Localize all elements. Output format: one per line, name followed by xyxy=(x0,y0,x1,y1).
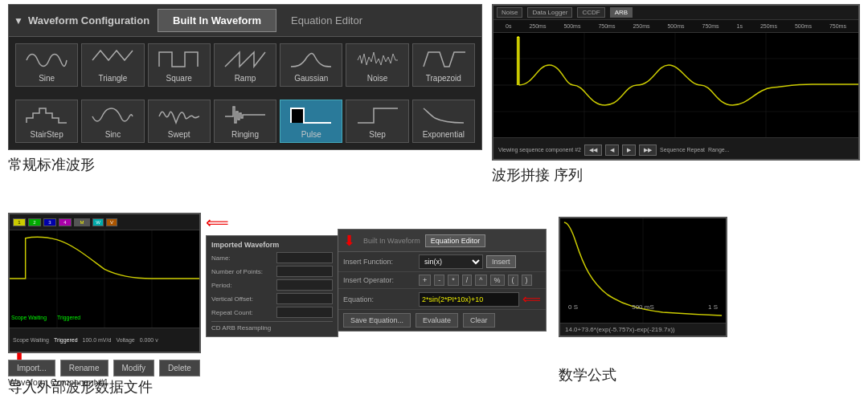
osc-tab-arb[interactable]: ARB xyxy=(610,7,633,18)
exponential-waveform-icon xyxy=(422,105,465,128)
scope-v1-indicator: V xyxy=(106,218,117,226)
stairstep-waveform-label: StairStep xyxy=(31,130,63,139)
rename-button[interactable]: Rename xyxy=(60,360,108,376)
import-points-label: Number of Points: xyxy=(211,268,276,275)
import-button[interactable]: Import... xyxy=(8,360,55,376)
math-x-1: 1 S xyxy=(708,303,718,311)
oscilloscope-section: Noise Data Logger CCDF ARB 0s 250ms 500m… xyxy=(492,4,860,185)
import-panel: Imported Waveform Name: Number of Points… xyxy=(206,235,338,337)
trapezoid-waveform-icon xyxy=(422,49,465,71)
noise-waveform-icon xyxy=(356,49,399,71)
eq-panel-header: ⬇ Built In Waveform Equation Editor xyxy=(338,230,546,252)
osc-waveform-area xyxy=(493,33,858,137)
waveform-item-stairstep[interactable]: StairStep xyxy=(15,100,78,143)
eq-op-close-paren[interactable]: ) xyxy=(522,275,532,286)
import-panel-title: Imported Waveform xyxy=(211,241,333,249)
waveform-config-section: ▼ Waveform Configuration Built In Wavefo… xyxy=(8,4,482,174)
eq-equation-input[interactable] xyxy=(419,292,519,307)
square-waveform-icon xyxy=(158,49,201,71)
eq-op-percent[interactable]: % xyxy=(490,275,505,286)
waveform-item-swept[interactable]: Swept xyxy=(148,100,211,143)
eq-op-multiply[interactable]: * xyxy=(448,275,459,286)
scope-offset: 0.000 v xyxy=(140,337,158,343)
waveform-item-ringing[interactable]: Ringing xyxy=(214,100,276,143)
waveform-item-trapezoid[interactable]: Trapezoid xyxy=(412,43,475,87)
eq-equation-label: Equation: xyxy=(343,295,416,303)
import-repeat-field: Repeat Count: xyxy=(211,307,333,318)
eq-tab-builtin[interactable]: Built In Waveform xyxy=(363,237,420,245)
eq-function-select[interactable]: sin(x) cos(x) exp(x) xyxy=(419,254,483,269)
swept-waveform-label: Swept xyxy=(168,130,190,139)
eq-tab-equation[interactable]: Equation Editor xyxy=(425,234,486,247)
osc-time-bar: 0s 250ms 500ms 750ms 250ms 500ms 750ms 1… xyxy=(493,20,858,33)
import-panel-container: ⟸ Imported Waveform Name: Number of Poin… xyxy=(206,213,338,353)
tab-built-in-waveform[interactable]: Built In Waveform xyxy=(158,9,276,32)
scope-bottom-bar: Scope Waiting Triggered 100.0 mV/d Volta… xyxy=(10,328,199,352)
import-offset-field: Vertical Offset: xyxy=(211,293,333,304)
scope-screen: 1 2 3 4 M W V Scope Waiting Triggered xyxy=(8,213,201,353)
math-x-axis: 0 S 500 mS 1 S xyxy=(560,303,726,311)
import-offset-label: Vertical Offset: xyxy=(211,295,276,303)
osc-tab-noise[interactable]: Noise xyxy=(497,7,522,18)
eq-op-plus[interactable]: + xyxy=(419,275,431,286)
waveform-item-sinc[interactable]: Sinc xyxy=(81,100,144,143)
import-name-field: Name: xyxy=(211,252,333,263)
waveform-item-exponential[interactable]: Exponential xyxy=(412,100,475,143)
eq-evaluate-button[interactable]: Evaluate xyxy=(416,313,458,328)
waveform-item-square[interactable]: Square xyxy=(148,43,211,87)
osc-ctrl-btn-2[interactable]: ◀ xyxy=(605,144,619,156)
exponential-waveform-label: Exponential xyxy=(423,130,465,139)
osc-viewing-label: Viewing sequence component #2 xyxy=(498,147,581,153)
osc-tab-datalogger[interactable]: Data Logger xyxy=(527,7,572,18)
eq-op-minus[interactable]: - xyxy=(434,275,444,286)
eq-insert-operator-row: Insert Operator: + - * / ^ % ( ) xyxy=(338,272,546,289)
import-period-input[interactable] xyxy=(276,279,333,291)
panel-arrow-icon: ▼ xyxy=(14,15,23,26)
waveform-item-gaussian[interactable]: Gaussian xyxy=(280,43,342,87)
equation-editor-panel: ⬇ Built In Waveform Equation Editor Inse… xyxy=(338,229,547,332)
noise-waveform-label: Noise xyxy=(367,74,388,83)
osc-ctrl-btn-3[interactable]: ▶ xyxy=(622,144,636,156)
import-period-label: Period: xyxy=(211,282,276,289)
waveform-item-pulse[interactable]: Pulse xyxy=(280,100,342,143)
waveform-item-step[interactable]: Step xyxy=(346,100,408,143)
scope-voltage: 100.0 mV/d xyxy=(83,337,112,343)
waveform-item-sine[interactable]: Sine xyxy=(15,43,78,87)
tab-equation-editor[interactable]: Equation Editor xyxy=(276,10,377,31)
osc-tab-ccdf[interactable]: CCDF xyxy=(577,7,604,18)
import-repeat-input[interactable] xyxy=(276,307,333,318)
eq-op-caret[interactable]: ^ xyxy=(475,275,486,286)
caption-standard: 常规标准波形 xyxy=(8,155,482,174)
eq-clear-button[interactable]: Clear xyxy=(463,313,495,328)
scope-triggered: Triggered xyxy=(54,337,78,343)
eq-arrow-down-icon: ⬇ xyxy=(343,232,355,250)
eq-arrow-right-icon: ⟸ xyxy=(522,291,541,307)
eq-op-open-paren[interactable]: ( xyxy=(508,275,518,286)
osc-waveform-svg xyxy=(493,33,858,137)
eq-bottom-buttons: Save Equation... Evaluate Clear xyxy=(338,310,546,331)
modify-button[interactable]: Modify xyxy=(113,360,154,376)
import-name-input[interactable] xyxy=(276,252,333,263)
waveform-item-noise[interactable]: Noise xyxy=(346,43,408,87)
delete-button[interactable]: Delete xyxy=(159,360,200,376)
eq-save-button[interactable]: Save Equation... xyxy=(343,313,411,328)
osc-ctrl-btn-4[interactable]: ▶▶ xyxy=(639,144,657,156)
import-period-field: Period: xyxy=(211,279,333,291)
osc-ctrl-btn-1[interactable]: ◀◀ xyxy=(584,144,602,156)
eq-insert-button[interactable]: Insert xyxy=(486,255,516,268)
ringing-waveform-label: Ringing xyxy=(231,130,259,139)
waveform-item-ramp[interactable]: Ramp xyxy=(214,43,276,87)
stairstep-waveform-icon xyxy=(25,105,68,128)
waveform-item-triangle[interactable]: Triangle xyxy=(81,43,144,87)
caption-sequence: 波形拼接 序列 xyxy=(492,165,860,185)
scope-w-indicator: W xyxy=(92,218,104,226)
import-points-field: Number of Points: xyxy=(211,266,333,277)
import-offset-input[interactable] xyxy=(276,293,333,304)
eq-op-divide[interactable]: / xyxy=(462,275,473,286)
import-points-input[interactable] xyxy=(276,266,333,277)
swept-waveform-icon xyxy=(158,105,201,128)
svg-text:Triggered: Triggered xyxy=(57,315,80,321)
step-waveform-icon xyxy=(356,105,399,128)
import-name-label: Name: xyxy=(211,254,276,262)
osc-time-markers: 0s 250ms 500ms 750ms 250ms 500ms 750ms 1… xyxy=(497,23,855,29)
